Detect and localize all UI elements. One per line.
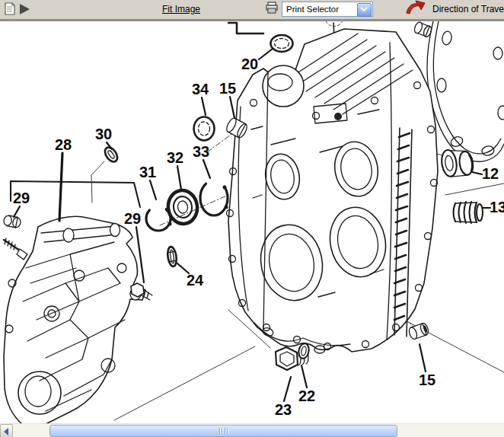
leader-15 [230,97,234,118]
leader-23 [284,377,291,401]
leader-20 [259,49,273,59]
boundary-bracket-left [11,181,140,207]
fit-image-link[interactable]: Fit Image [162,4,200,14]
callout-15[interactable]: 15 [419,372,435,388]
callout-33[interactable]: 33 [193,143,209,160]
part-snap-ring-33 [200,180,228,215]
callout-13[interactable]: 13 [490,199,504,215]
leader-32 [177,166,181,190]
scroll-thumb-grip [219,428,229,434]
printer-icon[interactable] [265,2,279,17]
leader-12 [472,172,482,174]
callout-20[interactable]: 20 [241,56,258,72]
chevron-left-icon [4,428,8,435]
part-plug-13 [454,202,483,223]
part-screw-left [4,238,27,260]
diagram-canvas[interactable]: 20341530283132332929241213232215 [0,0,504,437]
leader-31 [150,180,156,199]
play-icon[interactable] [20,4,30,14]
scroll-left-button[interactable] [0,424,13,437]
leader-15 [419,344,426,372]
leader-33 [203,160,210,178]
callout-24[interactable]: 24 [187,272,204,289]
callout-31[interactable]: 31 [139,164,156,180]
horizontal-scrollbar[interactable] [0,423,504,437]
direction-icon[interactable] [405,0,428,19]
callout-12[interactable]: 12 [482,165,499,182]
part-o-ring-20 [271,35,293,52]
callout-23[interactable]: 23 [275,401,292,418]
exploded-drawing [3,17,504,425]
toolbar: Fit Image Print Selector Directi [0,0,504,21]
callout-22[interactable]: 22 [298,388,315,404]
diagram-svg[interactable]: 20341530283132332929241213232215 [0,0,504,437]
viewer-window: 20341530283132332929241213232215 Fit Ima… [0,0,504,437]
callout-15[interactable]: 15 [219,80,236,97]
callout-29[interactable]: 29 [124,210,141,227]
callout-32[interactable]: 32 [167,149,183,166]
leader-34 [202,97,206,115]
combo-arrow-icon[interactable] [357,3,372,17]
leader-29 [14,206,20,217]
part-dowel-15-bottom [408,322,430,340]
print-selector-value: Print Selector [286,5,339,14]
document-icon[interactable] [5,2,16,19]
part-seal-34 [194,117,215,141]
main-housing [227,29,439,353]
leader-22 [301,365,307,388]
callout-30[interactable]: 30 [95,126,112,142]
print-selector-combobox[interactable]: Print Selector [282,2,373,17]
part-bolt-29-left [3,215,21,228]
callout-28[interactable]: 28 [55,136,72,153]
boundary-bracket-top [228,23,263,33]
leader-28 [59,153,62,221]
front-cover [4,216,145,425]
part-clip-24 [167,246,178,266]
scroll-thumb[interactable] [49,425,397,437]
callout-34[interactable]: 34 [192,81,209,97]
gasket [427,21,504,161]
callout-29[interactable]: 29 [13,190,30,206]
direction-of-travel-label: Direction of Trave [432,4,504,14]
